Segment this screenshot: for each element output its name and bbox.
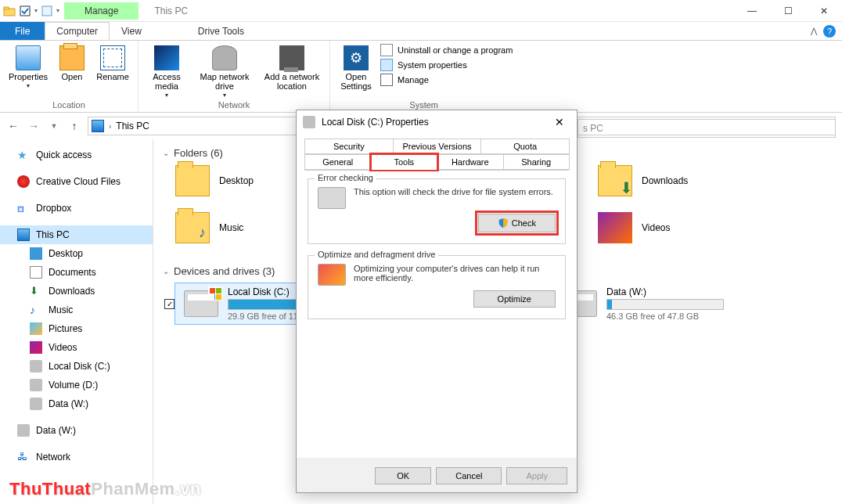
qat-dropdown-icon[interactable]: ▾ bbox=[34, 7, 38, 14]
optimize-legend: Optimize and defragment drive bbox=[315, 250, 438, 259]
sidebar-item-local-disk-c[interactable]: Local Disk (C:) bbox=[0, 357, 153, 376]
watermark-part-a: ThuThuat bbox=[9, 479, 91, 499]
properties-button[interactable]: Properties ▼ bbox=[5, 42, 52, 88]
sidebar-item-data-w[interactable]: Data (W:) bbox=[0, 394, 153, 413]
sidebar-item-quick-access[interactable]: ★Quick access bbox=[0, 146, 153, 164]
sidebar-item-desktop[interactable]: Desktop bbox=[0, 244, 153, 263]
checkbox-icon[interactable] bbox=[19, 5, 31, 17]
sidebar-item-creative-cloud[interactable]: Creative Cloud Files bbox=[0, 172, 153, 191]
help-icon[interactable]: ? bbox=[823, 25, 836, 38]
access-media-label: Access media bbox=[143, 72, 190, 91]
shield-icon bbox=[498, 218, 509, 229]
uninstall-icon bbox=[380, 44, 393, 56]
check-button-label: Check bbox=[512, 218, 536, 228]
map-drive-button[interactable]: Map network drive ▼ bbox=[193, 42, 256, 98]
open-button[interactable]: Open bbox=[55, 42, 89, 81]
forward-button[interactable]: → bbox=[27, 120, 41, 132]
dropbox-icon: ⧈ bbox=[17, 202, 30, 214]
properties-icon[interactable] bbox=[41, 5, 53, 17]
tab-security[interactable]: Security bbox=[304, 139, 394, 154]
collapse-ribbon-icon[interactable]: ⋀ bbox=[811, 27, 817, 35]
ribbon-group-location: Properties ▼ Open Rename Location bbox=[0, 41, 139, 112]
open-settings-button[interactable]: ⚙ Open Settings bbox=[335, 42, 377, 91]
svg-rect-3 bbox=[42, 6, 52, 16]
tab-previous-versions[interactable]: Previous Versions bbox=[393, 139, 482, 154]
sidebar-item-this-pc[interactable]: This PC bbox=[0, 225, 153, 244]
dialog-footer: OK Cancel Apply bbox=[297, 458, 577, 492]
sidebar-item-label: Documents bbox=[49, 267, 96, 278]
dialog-close-button[interactable]: ✕ bbox=[549, 113, 570, 131]
optimize-button[interactable]: Optimize bbox=[473, 290, 556, 308]
sidebar-item-label: Downloads bbox=[49, 286, 95, 297]
error-checking-legend: Error checking bbox=[315, 173, 376, 182]
storage-bar bbox=[606, 299, 724, 310]
close-button[interactable]: ✕ bbox=[806, 0, 842, 22]
ok-button[interactable]: OK bbox=[375, 467, 431, 484]
sidebar-item-label: Volume (D:) bbox=[49, 380, 98, 391]
check-button[interactable]: Check bbox=[478, 214, 556, 232]
ribbon: Properties ▼ Open Rename Location Access… bbox=[0, 41, 842, 113]
documents-icon bbox=[30, 266, 42, 279]
sidebar-item-label: Local Disk (C:) bbox=[49, 361, 110, 372]
drive-check-icon bbox=[318, 187, 346, 209]
folder-videos[interactable]: Videos bbox=[598, 212, 793, 243]
tab-file[interactable]: File bbox=[0, 22, 45, 40]
window-controls: — ☐ ✕ bbox=[734, 0, 842, 22]
disk-icon bbox=[30, 379, 42, 391]
sidebar-item-network[interactable]: 🖧Network bbox=[0, 448, 153, 466]
sys-props-label: System properties bbox=[398, 60, 467, 70]
storage-bar-fill bbox=[607, 300, 612, 309]
maximize-button[interactable]: ☐ bbox=[770, 0, 806, 22]
tab-drive-tools[interactable]: Drive Tools bbox=[186, 22, 256, 40]
access-media-button[interactable]: Access media ▼ bbox=[143, 42, 190, 98]
tab-quota[interactable]: Quota bbox=[480, 139, 570, 154]
tab-sharing[interactable]: Sharing bbox=[503, 154, 570, 170]
rename-button[interactable]: Rename bbox=[92, 42, 133, 81]
up-button[interactable]: ↑ bbox=[67, 120, 81, 132]
sidebar-item-documents[interactable]: Documents bbox=[0, 263, 153, 282]
sidebar-item-downloads[interactable]: ⬇Downloads bbox=[0, 282, 153, 301]
tab-computer[interactable]: Computer bbox=[45, 22, 110, 40]
network-location-icon bbox=[279, 45, 304, 70]
chevron-down-icon: ▼ bbox=[26, 83, 31, 88]
cancel-button[interactable]: Cancel bbox=[436, 467, 502, 484]
sidebar-item-label: Network bbox=[36, 452, 70, 463]
sidebar-item-dropbox[interactable]: ⧈Dropbox bbox=[0, 199, 153, 218]
downloads-icon: ⬇ bbox=[30, 285, 42, 297]
sidebar-item-label: Dropbox bbox=[36, 203, 71, 214]
creative-cloud-icon bbox=[17, 175, 30, 188]
network-icon: 🖧 bbox=[17, 451, 30, 463]
disk-icon bbox=[30, 398, 42, 410]
sidebar-item-data-w-net[interactable]: Data (W:) bbox=[0, 421, 153, 440]
manage-button[interactable]: Manage bbox=[380, 74, 513, 86]
videos-folder-icon bbox=[598, 212, 632, 243]
sidebar-item-music[interactable]: ♪Music bbox=[0, 301, 153, 319]
qat-dropdown2-icon[interactable]: ▾ bbox=[56, 7, 59, 14]
navigation-sidebar: ★Quick access Creative Cloud Files ⧈Drop… bbox=[0, 139, 153, 504]
back-button[interactable]: ← bbox=[6, 120, 20, 132]
tab-general[interactable]: General bbox=[304, 154, 372, 170]
sidebar-item-pictures[interactable]: Pictures bbox=[0, 319, 153, 338]
manage-context-tab[interactable]: Manage bbox=[64, 2, 139, 20]
apply-button[interactable]: Apply bbox=[506, 467, 567, 484]
add-network-location-button[interactable]: Add a network location bbox=[259, 42, 325, 91]
tab-view[interactable]: View bbox=[110, 22, 153, 40]
sidebar-item-videos[interactable]: Videos bbox=[0, 338, 153, 357]
properties-icon bbox=[16, 45, 41, 70]
optimize-text: Optimizing your computer's drives can he… bbox=[354, 264, 556, 283]
system-properties-button[interactable]: System properties bbox=[380, 59, 513, 71]
svg-rect-2 bbox=[20, 6, 30, 16]
uninstall-button[interactable]: Uninstall or change a program bbox=[380, 44, 513, 56]
ribbon-group-system: ⚙ Open Settings Uninstall or change a pr… bbox=[330, 41, 517, 112]
open-settings-label: Open Settings bbox=[335, 72, 377, 91]
tab-hardware[interactable]: Hardware bbox=[437, 154, 504, 170]
map-drive-label: Map network drive bbox=[193, 72, 256, 91]
dialog-tabs-row1: Security Previous Versions Quota bbox=[304, 139, 569, 154]
window-title: This PC bbox=[154, 5, 188, 16]
minimize-button[interactable]: — bbox=[734, 0, 770, 22]
recent-dropdown-icon[interactable]: ▼ bbox=[47, 122, 61, 130]
sidebar-item-volume-d[interactable]: Volume (D:) bbox=[0, 376, 153, 394]
sidebar-item-label: Creative Cloud Files bbox=[36, 176, 121, 187]
tab-tools[interactable]: Tools bbox=[371, 154, 438, 170]
search-box[interactable]: s PC bbox=[578, 119, 836, 138]
